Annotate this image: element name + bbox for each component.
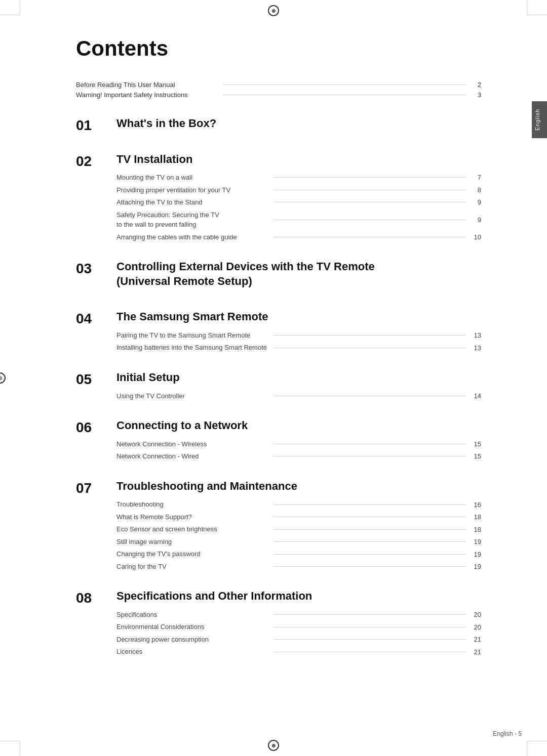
entry-06-1: Network Connection - Wired15 xyxy=(116,451,481,461)
entry-page-02-3: 9 xyxy=(471,216,481,224)
dots xyxy=(274,396,466,396)
section-01: 01What's in the Box? xyxy=(76,116,481,137)
dots xyxy=(274,335,466,335)
entry-07-4: Changing the TV's password19 xyxy=(116,549,481,559)
entry-page-08-2: 21 xyxy=(471,636,481,643)
entry-02-3: Safety Precaution: Securing the TVto the… xyxy=(116,210,481,230)
section-title-02: TV Installation xyxy=(116,152,481,167)
dots xyxy=(274,237,466,237)
main-content: Contents Before Reading This User Manual… xyxy=(0,16,547,725)
entry-text-07-0: Troubleshooting xyxy=(116,499,268,510)
entry-06-0: Network Connection - Wireless15 xyxy=(116,439,481,449)
dots xyxy=(274,614,466,615)
entry-page-08-3: 21 xyxy=(471,648,481,656)
dots xyxy=(274,456,466,456)
entry-page-07-2: 18 xyxy=(471,526,481,533)
entry-02-0: Mounting the TV on a wall7 xyxy=(116,173,481,183)
intro-entry-1-page: 3 xyxy=(471,91,481,99)
dots xyxy=(274,177,466,178)
bottom-right-corner xyxy=(527,741,547,756)
section-content-05: Initial SetupUsing the TV Controller14 xyxy=(116,370,481,403)
section-number-05: 05 xyxy=(76,370,116,403)
entry-08-0: Specifications20 xyxy=(116,610,481,620)
section-number-08: 08 xyxy=(76,589,116,659)
entry-page-06-1: 15 xyxy=(471,452,481,460)
entry-text-08-3: Licences xyxy=(116,647,268,657)
entry-page-02-4: 10 xyxy=(471,233,481,241)
page: ⊕ English ⊕ Contents Before Reading This… xyxy=(0,0,547,756)
entry-04-1: Installing batteries into the Samsung Sm… xyxy=(116,343,481,353)
entry-page-07-5: 19 xyxy=(471,563,481,570)
section-07: 07Troubleshooting and MaintenanceTrouble… xyxy=(76,479,481,574)
section-title-05: Initial Setup xyxy=(116,370,481,385)
footer-text: English - 5 xyxy=(493,730,522,737)
section-number-02: 02 xyxy=(76,152,116,245)
page-title: Contents xyxy=(76,36,481,61)
entry-05-0: Using the TV Controller14 xyxy=(116,391,481,401)
entry-08-2: Decreasing power consumption21 xyxy=(116,635,481,645)
entry-text-08-0: Specifications xyxy=(116,610,268,620)
entry-page-04-1: 13 xyxy=(471,344,481,352)
entry-text-07-5: Caring for the TV xyxy=(116,562,268,572)
section-title-06: Connecting to a Network xyxy=(116,418,481,433)
entry-text-08-1: Environmental Considerations xyxy=(116,622,268,632)
section-number-03: 03 xyxy=(76,260,116,295)
entry-page-07-1: 18 xyxy=(471,513,481,521)
entry-text-02-0: Mounting the TV on a wall xyxy=(116,173,268,183)
section-02: 02TV InstallationMounting the TV on a wa… xyxy=(76,152,481,245)
section-content-03: Controlling External Devices with the TV… xyxy=(116,260,481,295)
bottom-circle-icon: ⊕ xyxy=(268,740,279,751)
entry-text-04-1: Installing batteries into the Samsung Sm… xyxy=(116,343,268,353)
entry-text-04-0: Pairing the TV to the Samsung Smart Remo… xyxy=(116,330,268,341)
section-content-06: Connecting to a NetworkNetwork Connectio… xyxy=(116,418,481,464)
entry-page-07-4: 19 xyxy=(471,551,481,558)
section-content-01: What's in the Box? xyxy=(116,116,481,137)
entry-04-0: Pairing the TV to the Samsung Smart Remo… xyxy=(116,330,481,341)
entry-08-1: Environmental Considerations20 xyxy=(116,622,481,632)
bottom-left-corner xyxy=(0,741,20,756)
section-06: 06Connecting to a NetworkNetwork Connect… xyxy=(76,418,481,464)
entry-07-5: Caring for the TV19 xyxy=(116,562,481,572)
entry-text-07-1: What is Remote Support? xyxy=(116,512,268,522)
section-title-01: What's in the Box? xyxy=(116,116,481,131)
section-number-07: 07 xyxy=(76,479,116,574)
dots xyxy=(274,190,466,190)
entry-page-05-0: 14 xyxy=(471,392,481,400)
section-content-04: The Samsung Smart RemotePairing the TV t… xyxy=(116,310,481,355)
entry-08-3: Licences21 xyxy=(116,647,481,657)
entry-text-02-2: Attaching the TV to the Stand xyxy=(116,197,268,207)
section-number-06: 06 xyxy=(76,418,116,464)
dots xyxy=(274,348,466,348)
entry-02-2: Attaching the TV to the Stand9 xyxy=(116,197,481,207)
entry-02-4: Arranging the cables with the cable guid… xyxy=(116,232,481,242)
intro-entry-0-text: Before Reading This User Manual xyxy=(76,81,218,89)
footer: English - 5 xyxy=(0,725,547,740)
bottom-border: ⊕ xyxy=(0,740,547,756)
entry-07-0: Troubleshooting16 xyxy=(116,499,481,510)
entry-text-02-4: Arranging the cables with the cable guid… xyxy=(116,232,268,242)
dots xyxy=(274,627,466,627)
section-04: 04The Samsung Smart RemotePairing the TV… xyxy=(76,310,481,355)
entry-text-06-1: Network Connection - Wired xyxy=(116,451,268,461)
entry-page-02-0: 7 xyxy=(471,174,481,181)
entry-page-08-1: 20 xyxy=(471,623,481,631)
dots xyxy=(274,554,466,555)
entry-text-07-3: Still image warning xyxy=(116,537,268,547)
section-05: 05Initial SetupUsing the TV Controller14 xyxy=(76,370,481,403)
section-title-08: Specifications and Other Information xyxy=(116,589,481,604)
intro-section: Before Reading This User Manual 2 Warnin… xyxy=(76,81,481,99)
top-left-corner xyxy=(0,0,20,15)
section-content-07: Troubleshooting and MaintenanceTroublesh… xyxy=(116,479,481,574)
intro-entry-1-text: Warning! Important Safety Instructions xyxy=(76,91,218,99)
bottom-center: ⊕ xyxy=(20,740,527,756)
entry-page-02-1: 8 xyxy=(471,186,481,194)
section-title-07: Troubleshooting and Maintenance xyxy=(116,479,481,494)
dots xyxy=(223,85,466,85)
entry-text-08-2: Decreasing power consumption xyxy=(116,635,268,645)
entry-text-06-0: Network Connection - Wireless xyxy=(116,439,268,449)
entry-page-04-0: 13 xyxy=(471,331,481,339)
section-content-02: TV InstallationMounting the TV on a wall… xyxy=(116,152,481,245)
dots xyxy=(274,639,466,640)
dots xyxy=(274,202,466,202)
dots xyxy=(223,95,466,95)
